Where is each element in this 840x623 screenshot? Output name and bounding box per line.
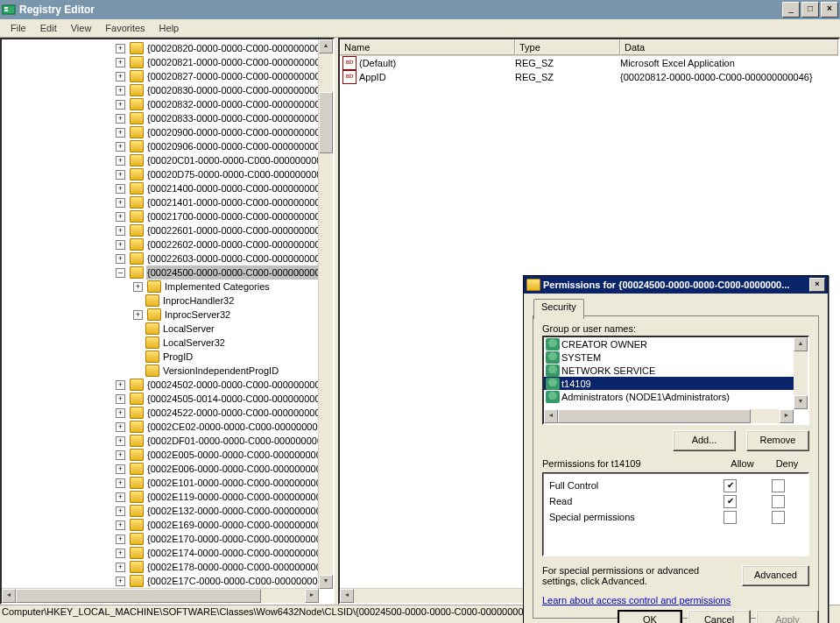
tree-item[interactable]: +{00024522-0000-0000-C000-000000000 bbox=[4, 406, 333, 420]
tree-item[interactable]: ·InprocHandler32 bbox=[4, 294, 333, 308]
expand-icon[interactable]: + bbox=[116, 100, 125, 110]
menu-edit[interactable]: Edit bbox=[33, 21, 64, 35]
dialog-close-button[interactable]: × bbox=[809, 278, 825, 292]
expand-icon[interactable]: + bbox=[116, 184, 125, 194]
tree-item[interactable]: +{00020D75-0000-0000-C000-000000000 bbox=[4, 167, 333, 181]
tree-item[interactable]: +{0002E119-0000-0000-C000-000000000 bbox=[4, 490, 333, 504]
value-row[interactable]: abAppIDREG_SZ{00020812-0000-0000-C000-00… bbox=[340, 70, 838, 84]
expand-icon[interactable]: – bbox=[116, 268, 125, 278]
tree-item[interactable]: +{00020832-0000-0000-C000-000000000 bbox=[4, 97, 333, 111]
tree-item[interactable]: +{0002CE02-0000-0000-C000-000000000 bbox=[4, 420, 333, 434]
expand-icon[interactable]: + bbox=[116, 577, 125, 586]
tree-item[interactable]: +{0002E178-0000-0000-C000-000000000 bbox=[4, 560, 333, 574]
expand-icon[interactable]: + bbox=[116, 254, 125, 264]
expand-icon[interactable]: + bbox=[116, 212, 125, 222]
expand-icon[interactable]: + bbox=[116, 422, 125, 432]
expand-icon[interactable]: + bbox=[116, 520, 125, 530]
tree-item[interactable]: +{00021401-0000-0000-C000-000000000 bbox=[4, 195, 333, 209]
tree-item[interactable]: +{0002E174-0000-0000-C000-000000000 bbox=[4, 546, 333, 560]
expand-icon[interactable]: + bbox=[116, 535, 125, 544]
tree-item[interactable]: +{00020906-0000-0000-C000-000000000 bbox=[4, 139, 333, 153]
menu-help[interactable]: Help bbox=[152, 21, 187, 35]
scroll-down-button[interactable]: ▼ bbox=[319, 575, 333, 589]
scroll-thumb-h[interactable] bbox=[16, 589, 261, 603]
user-row[interactable]: t14109 bbox=[544, 377, 808, 390]
advanced-button[interactable]: Advanced bbox=[742, 565, 809, 586]
menu-view[interactable]: View bbox=[64, 21, 99, 35]
tree-item[interactable]: +{0002E169-0000-0000-C000-000000000 bbox=[4, 518, 333, 532]
tree-item[interactable]: +{00022603-0000-0000-C000-000000000 bbox=[4, 251, 333, 265]
tree-item[interactable]: +{00020821-0000-0000-C000-000000000 bbox=[4, 55, 333, 69]
expand-icon[interactable]: + bbox=[116, 563, 125, 572]
expand-icon[interactable]: + bbox=[116, 506, 125, 516]
tree-item[interactable]: +{0002E101-0000-0000-C000-000000000 bbox=[4, 476, 333, 490]
tree-item[interactable]: +{00020900-0000-0000-C000-000000000 bbox=[4, 125, 333, 139]
tree-item[interactable]: ·LocalServer32 bbox=[4, 336, 333, 350]
menu-file[interactable]: File bbox=[4, 21, 33, 35]
user-row[interactable]: NETWORK SERVICE bbox=[544, 364, 808, 377]
user-row[interactable]: Administrators (NODE1\Administrators) bbox=[544, 390, 808, 403]
cancel-button[interactable]: Cancel bbox=[688, 610, 751, 623]
remove-button[interactable]: Remove bbox=[746, 430, 809, 451]
tree-item[interactable]: +{0002E17C-0000-0000-C000-000000000 bbox=[4, 574, 333, 588]
userlist-hscroll[interactable]: ◄ ► bbox=[544, 409, 794, 423]
user-row[interactable]: CREATOR OWNER bbox=[544, 337, 808, 350]
expand-icon[interactable]: + bbox=[133, 282, 143, 292]
allow-checkbox[interactable] bbox=[724, 511, 737, 524]
tree-item[interactable]: +{0002E006-0000-0000-C000-000000000 bbox=[4, 462, 333, 476]
tree-item[interactable]: +{0002DF01-0000-0000-C000-000000000 bbox=[4, 434, 333, 448]
expand-icon[interactable]: + bbox=[116, 44, 125, 53]
tree-item[interactable]: +{00020833-0000-0000-C000-000000000 bbox=[4, 111, 333, 125]
expand-icon[interactable]: + bbox=[116, 170, 125, 180]
tree-item[interactable]: +{00022601-0000-0000-C000-000000000 bbox=[4, 223, 333, 237]
maximize-button[interactable]: □ bbox=[801, 2, 819, 18]
expand-icon[interactable]: + bbox=[116, 408, 125, 418]
tree-item[interactable]: +Implemented Categories bbox=[4, 280, 333, 294]
ok-button[interactable]: OK bbox=[618, 610, 682, 623]
col-name[interactable]: Name bbox=[340, 39, 515, 55]
tree-item[interactable]: +{00020827-0000-0000-C000-000000000 bbox=[4, 69, 333, 83]
tree-item[interactable]: +{00021400-0000-0000-C000-000000000 bbox=[4, 181, 333, 195]
expand-icon[interactable]: + bbox=[116, 198, 125, 208]
add-button[interactable]: Add... bbox=[673, 430, 736, 451]
scroll-up-button[interactable]: ▲ bbox=[794, 337, 808, 351]
expand-icon[interactable]: + bbox=[116, 549, 125, 558]
tree-item[interactable]: +{0002E132-0000-0000-C000-000000000 bbox=[4, 504, 333, 518]
expand-icon[interactable]: + bbox=[116, 450, 125, 460]
expand-icon[interactable]: + bbox=[116, 380, 125, 390]
dialog-title-bar[interactable]: Permissions for {00024500-0000-0000-C000… bbox=[524, 276, 828, 294]
scroll-right-button[interactable]: ► bbox=[305, 589, 319, 603]
scroll-right-button[interactable]: ► bbox=[780, 409, 794, 423]
scroll-left-button[interactable]: ◄ bbox=[544, 409, 558, 423]
tree-item[interactable]: ·ProgID bbox=[4, 350, 333, 364]
tree-item[interactable]: +InprocServer32 bbox=[4, 308, 333, 322]
expand-icon[interactable]: + bbox=[116, 156, 125, 166]
tree-item[interactable]: +{0002E170-0000-0000-C000-000000000 bbox=[4, 532, 333, 546]
value-row[interactable]: ab(Default)REG_SZMicrosoft Excel Applica… bbox=[340, 56, 838, 70]
expand-icon[interactable]: + bbox=[116, 58, 125, 67]
userlist-vscroll[interactable]: ▲ ▼ bbox=[794, 337, 808, 409]
expand-icon[interactable]: + bbox=[116, 464, 125, 474]
tree-item[interactable]: +{0002E005-0000-0000-C000-000000000 bbox=[4, 448, 333, 462]
menu-favorites[interactable]: Favorites bbox=[98, 21, 152, 35]
expand-icon[interactable]: + bbox=[116, 492, 125, 502]
registry-tree[interactable]: +{00020820-0000-0000-C000-000000000+{000… bbox=[2, 39, 333, 590]
user-list[interactable]: CREATOR OWNERSYSTEMNETWORK SERVICEt14109… bbox=[542, 336, 809, 425]
tree-panel[interactable]: +{00020820-0000-0000-C000-000000000+{000… bbox=[0, 38, 335, 605]
tree-item[interactable]: +{00020C01-0000-0000-C000-000000000 bbox=[4, 153, 333, 167]
tree-vscroll[interactable]: ▲ ▼ bbox=[318, 39, 333, 589]
expand-icon[interactable]: + bbox=[116, 114, 125, 124]
tree-item[interactable]: ·LocalServer bbox=[4, 322, 333, 336]
scroll-up-button[interactable]: ▲ bbox=[319, 39, 333, 53]
scroll-thumb[interactable] bbox=[319, 92, 333, 153]
deny-checkbox[interactable] bbox=[772, 511, 785, 524]
minimize-button[interactable]: _ bbox=[782, 2, 800, 18]
deny-checkbox[interactable] bbox=[772, 495, 785, 508]
col-type[interactable]: Type bbox=[515, 39, 620, 55]
close-button[interactable]: × bbox=[821, 2, 838, 18]
tree-item[interactable]: +{00024505-0014-0000-C000-000000000 bbox=[4, 392, 333, 406]
tab-security[interactable]: Security bbox=[533, 299, 584, 319]
scroll-left-button[interactable]: ◄ bbox=[340, 589, 354, 603]
expand-icon[interactable]: + bbox=[116, 72, 125, 81]
tree-hscroll[interactable]: ◄ ► bbox=[2, 588, 319, 603]
